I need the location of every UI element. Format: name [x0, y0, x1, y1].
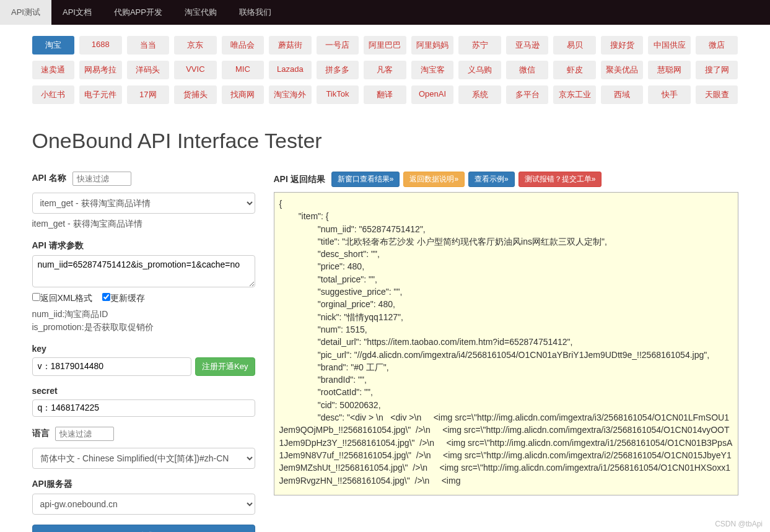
- platform-tag[interactable]: 17网: [127, 85, 170, 104]
- platform-tag[interactable]: 凡客: [364, 61, 406, 79]
- api-name-label: API 名称: [32, 173, 66, 184]
- server-select[interactable]: api-gw.onebound.cn: [32, 494, 255, 515]
- platform-tag[interactable]: OpenAI: [411, 85, 454, 104]
- platform-tag[interactable]: 快手: [648, 85, 691, 104]
- platform-tag[interactable]: 货捕头: [174, 85, 217, 104]
- platform-tag[interactable]: 西域: [601, 85, 644, 104]
- platform-tag[interactable]: 当当: [127, 36, 170, 55]
- platform-tag[interactable]: TikTok: [317, 85, 359, 104]
- result-label: API 返回结果: [274, 174, 325, 185]
- top-nav: API测试API文档代购APP开发淘宝代购联络我们: [0, 0, 770, 25]
- platform-tag[interactable]: 多平台: [506, 85, 549, 104]
- secret-input[interactable]: [32, 399, 255, 417]
- platform-tag[interactable]: 易贝: [553, 36, 596, 55]
- api-select[interactable]: item_get - 获得淘宝商品详情: [32, 193, 255, 214]
- platform-tag[interactable]: 淘宝海外: [269, 85, 312, 104]
- key-input[interactable]: [32, 357, 192, 376]
- platform-tag[interactable]: Lazada: [269, 61, 312, 79]
- platform-tag[interactable]: MIC: [222, 61, 265, 79]
- xml-checkbox[interactable]: [32, 293, 40, 301]
- submit-button[interactable]: 测试: [32, 525, 255, 532]
- platform-tags: 淘宝1688当当京东唯品会蘑菇街一号店阿里巴巴阿里妈妈苏宁亚马逊易贝搜好货中国供…: [32, 25, 738, 116]
- platform-tag[interactable]: 京东工业: [553, 85, 596, 104]
- topnav-tab[interactable]: API测试: [0, 0, 51, 25]
- platform-tag[interactable]: 系统: [458, 85, 501, 104]
- platform-tag[interactable]: 一号店: [317, 36, 359, 55]
- platform-tag[interactable]: 搜好货: [601, 36, 644, 55]
- params-label: API 请求参数: [32, 240, 84, 251]
- topnav-tab[interactable]: 淘宝代购: [173, 0, 228, 25]
- platform-tag[interactable]: 洋码头: [127, 61, 170, 79]
- result-panel: API 返回结果 新窗口查看结果» 返回数据说明» 查看示例» 测试报错？提交工…: [274, 172, 738, 532]
- platform-tag[interactable]: 蘑菇街: [269, 36, 312, 55]
- data-desc-button[interactable]: 返回数据说明»: [403, 172, 465, 187]
- param-help-1: num_iid:淘宝商品ID: [32, 308, 255, 321]
- xml-checkbox-label[interactable]: 返回XML格式: [32, 293, 93, 303]
- platform-tag[interactable]: 网易考拉: [79, 61, 122, 79]
- topnav-tab[interactable]: API文档: [51, 0, 103, 25]
- platform-tag[interactable]: 找商网: [222, 85, 265, 104]
- cache-checkbox[interactable]: [102, 293, 110, 301]
- lang-filter-input[interactable]: [55, 427, 114, 441]
- page-title: OneBound API Interface Tester: [32, 129, 738, 153]
- platform-tag[interactable]: 速卖通: [32, 61, 75, 79]
- platform-tag[interactable]: 虾皮: [553, 61, 596, 79]
- topnav-tab[interactable]: 代购APP开发: [103, 0, 173, 25]
- platform-tag[interactable]: 微信: [506, 61, 549, 79]
- param-help-2: is_promotion:是否获取取促销价: [32, 321, 255, 334]
- cache-checkbox-label[interactable]: 更新缓存: [102, 293, 145, 303]
- api-selected-text: item_get - 获得淘宝商品详情: [32, 217, 255, 230]
- watermark: CSDN @tbApi: [715, 520, 763, 528]
- platform-tag[interactable]: 京东: [174, 36, 217, 55]
- lang-label: 语言: [32, 428, 50, 439]
- lang-select[interactable]: 简体中文 - Chinese Simplified(中文[简体])#zh-CN: [32, 448, 255, 469]
- platform-tag[interactable]: 淘宝客: [411, 61, 454, 79]
- platform-tag[interactable]: 电子元件: [79, 85, 122, 104]
- platform-tag[interactable]: 翻译: [364, 85, 406, 104]
- new-window-button[interactable]: 新窗口查看结果»: [331, 172, 400, 187]
- platform-tag[interactable]: 聚美优品: [601, 61, 644, 79]
- platform-tag[interactable]: 微店: [696, 36, 738, 55]
- api-name-filter-input[interactable]: [72, 172, 131, 186]
- platform-tag[interactable]: 中国供应: [648, 36, 691, 55]
- platform-tag[interactable]: 搜了网: [696, 61, 738, 79]
- platform-tag[interactable]: 阿里妈妈: [411, 36, 454, 55]
- result-textarea[interactable]: [274, 192, 738, 495]
- key-label: key: [32, 344, 46, 354]
- platform-tag[interactable]: 小红书: [32, 85, 75, 104]
- platform-tag[interactable]: 拼多多: [317, 61, 359, 79]
- platform-tag[interactable]: 天眼查: [696, 85, 738, 104]
- platform-tag[interactable]: 苏宁: [458, 36, 501, 55]
- platform-tag[interactable]: 阿里巴巴: [364, 36, 406, 55]
- report-error-button[interactable]: 测试报错？提交工单»: [518, 172, 602, 187]
- platform-tag[interactable]: 1688: [79, 36, 122, 55]
- platform-tag[interactable]: 亚马逊: [506, 36, 549, 55]
- platform-tag[interactable]: 淘宝: [32, 36, 75, 55]
- topnav-tab[interactable]: 联络我们: [228, 0, 282, 25]
- secret-label: secret: [32, 386, 58, 396]
- params-textarea[interactable]: [32, 255, 255, 287]
- register-key-button[interactable]: 注册开通Key: [195, 357, 255, 376]
- request-form: API 名称 item_get - 获得淘宝商品详情 item_get - 获得…: [32, 172, 255, 532]
- platform-tag[interactable]: VVIC: [174, 61, 217, 79]
- view-example-button[interactable]: 查看示例»: [468, 172, 515, 187]
- platform-tag[interactable]: 慧聪网: [648, 61, 691, 79]
- platform-tag[interactable]: 义乌购: [458, 61, 501, 79]
- platform-tag[interactable]: 唯品会: [222, 36, 265, 55]
- server-label: API服务器: [32, 479, 72, 490]
